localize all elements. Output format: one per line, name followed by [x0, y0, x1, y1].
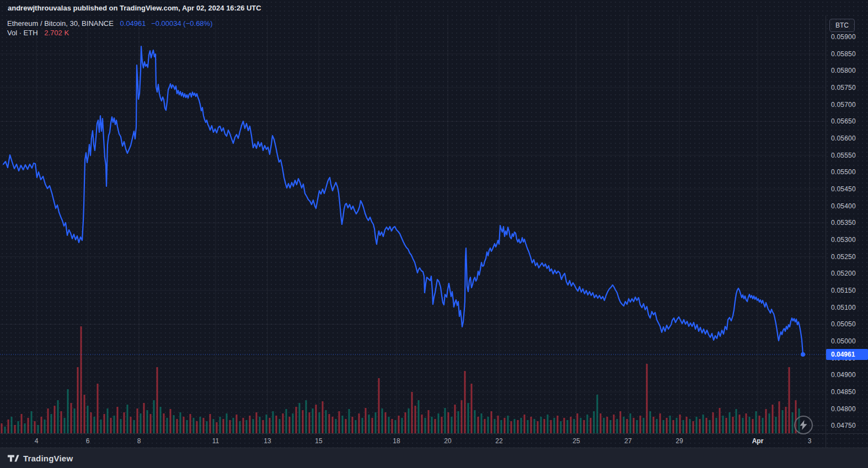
volume-bar: [319, 412, 320, 433]
volume-bar: [673, 420, 674, 433]
volume-bar: [752, 419, 754, 433]
volume-bar: [524, 415, 526, 433]
volume-bar: [216, 422, 218, 433]
price-tick-label: 0.05700: [831, 101, 856, 109]
time-tick-label: 18: [393, 437, 400, 445]
volume-bar: [567, 420, 569, 433]
volume-bar: [11, 417, 13, 433]
volume-bar: [14, 425, 16, 433]
volume-bar: [206, 421, 208, 433]
attribution-bar: andrewjthrouvalas published on TradingVi…: [0, 0, 868, 15]
volume-bar: [167, 418, 168, 433]
volume-bar: [398, 416, 400, 433]
volume-bar: [4, 427, 6, 433]
price-tick-label: 0.05000: [831, 337, 856, 345]
volume-bar: [114, 416, 115, 433]
volume-bar: [650, 411, 651, 433]
boost-button[interactable]: [794, 416, 813, 434]
price-tick-label: 0.05450: [831, 185, 856, 193]
volume-label: Vol · ETH: [7, 29, 38, 37]
price-tick-label: 0.04750: [831, 422, 856, 429]
volume-bar: [269, 418, 271, 433]
volume-bar: [557, 416, 559, 433]
volume-bar: [415, 406, 416, 433]
volume-bar: [87, 406, 89, 433]
currency-toggle-button[interactable]: BTC: [829, 19, 855, 32]
volume-bar: [580, 418, 582, 433]
volume-value: 2.702 K: [44, 29, 69, 37]
volume-bar: [401, 418, 403, 433]
volume-bar: [547, 415, 549, 433]
volume-bar: [722, 416, 724, 433]
volume-bar: [84, 395, 85, 433]
volume-bar: [428, 410, 430, 433]
tradingview-brand-text[interactable]: TradingView: [23, 454, 73, 463]
volume-bar: [749, 417, 751, 433]
volume-bar: [256, 412, 258, 433]
volume-bar: [603, 418, 605, 433]
symbol-title[interactable]: Ethereum / Bitcoin, 30, BINANCE: [7, 19, 114, 28]
volume-bar: [792, 412, 794, 433]
volume-bar: [537, 421, 539, 433]
volume-bar: [527, 420, 529, 433]
volume-bar: [484, 419, 486, 433]
bottom-toolbar: TradingView: [0, 448, 868, 468]
price-tick-label: 0.05200: [831, 270, 856, 277]
volume-bar: [37, 425, 39, 433]
volume-bar: [176, 419, 178, 433]
volume-bar: [312, 408, 314, 433]
volume-bar: [497, 416, 499, 433]
volume-bar: [540, 417, 542, 433]
volume-bar: [223, 419, 224, 433]
volume-bar: [392, 419, 393, 433]
volume-bar: [332, 417, 334, 433]
volume-bar: [531, 417, 532, 433]
volume-bar: [31, 411, 33, 433]
volume-bar: [679, 415, 681, 433]
time-axis[interactable]: 468111315182022252729Apr3: [0, 433, 868, 448]
volume-bar: [643, 418, 645, 433]
volume-bar: [461, 400, 463, 433]
volume-bar: [153, 400, 155, 433]
volume-bar: [779, 401, 780, 433]
volume-bar: [64, 418, 66, 433]
time-tick-label: 6: [86, 437, 90, 445]
volume-bar: [395, 420, 397, 433]
volume-bar: [150, 414, 152, 433]
volume-bar: [633, 418, 635, 433]
time-tick-label: 27: [624, 437, 631, 445]
volume-bar: [57, 400, 59, 433]
volume-bar: [772, 405, 774, 433]
price-tick-label: 0.05350: [831, 219, 856, 227]
volume-bar: [623, 417, 625, 433]
volume-bar: [660, 413, 661, 433]
volume-bar: [626, 419, 628, 433]
volume-bar: [378, 378, 380, 433]
volume-bar: [474, 410, 476, 433]
volume-bar: [732, 417, 734, 433]
price-axis[interactable]: BTC 0.04961 0.059000.058500.058000.05750…: [826, 15, 868, 433]
volume-bar: [160, 407, 162, 433]
volume-bar: [368, 415, 370, 433]
volume-bar: [451, 417, 453, 433]
volume-bar: [243, 418, 244, 433]
price-chart-canvas[interactable]: [0, 15, 826, 433]
volume-bar: [729, 412, 731, 433]
volume-bar: [203, 418, 205, 433]
volume-bar: [239, 421, 241, 433]
lightning-icon: [799, 420, 808, 430]
volume-bar: [94, 417, 95, 433]
volume-bar: [190, 414, 191, 433]
tradingview-logo-icon[interactable]: [7, 453, 19, 464]
legend-volume-row: Vol · ETH 2.702 K: [7, 28, 212, 37]
volume-bar: [590, 418, 592, 433]
volume-bar: [127, 405, 128, 433]
volume-bar: [478, 417, 479, 433]
volume-bar: [597, 395, 598, 433]
volume-bar: [213, 419, 215, 433]
volume-bar: [309, 412, 310, 433]
volume-bar: [504, 418, 506, 433]
volume-bar: [554, 418, 555, 433]
time-tick-label: 22: [495, 437, 502, 445]
price-tick-label: 0.05150: [831, 287, 856, 294]
